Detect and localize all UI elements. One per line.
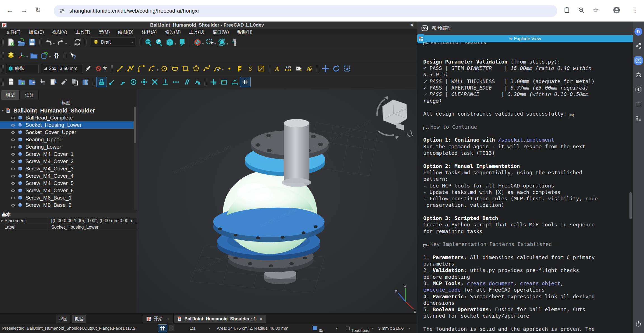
chat-messages[interactable]: 1F58D Validation Results Design Paramete…	[417, 42, 629, 333]
annotation-style-button[interactable]	[304, 64, 315, 74]
draw-style-button[interactable]	[177, 37, 187, 47]
shapestring-button[interactable]	[245, 64, 256, 74]
close-icon[interactable]: ✕	[407, 23, 417, 28]
address-bar[interactable]: shanghai.titanide.cn/ide/web/coding/free…	[54, 5, 557, 17]
move-to-group-button[interactable]	[39, 51, 50, 61]
forward-icon[interactable]: →	[18, 4, 30, 16]
tab-view[interactable]: 视图	[56, 315, 70, 323]
workbench-selector[interactable]: Draft ▾	[91, 37, 135, 47]
trimex-button[interactable]	[59, 77, 69, 87]
upgrade-button[interactable]	[48, 77, 59, 87]
tab-document[interactable]: BallJoint_Humanoid_Shoulder : 1✕	[173, 314, 266, 323]
dimension-info[interactable]: 3 mm x 216.0	[378, 326, 404, 330]
toolbar-grip[interactable]	[64, 52, 66, 59]
zoom-level[interactable]: 1:1	[190, 326, 196, 330]
tab-data[interactable]: 数据	[72, 315, 86, 323]
toolbar-grip[interactable]	[84, 39, 87, 46]
tree-item[interactable]: Screw_M6_Base_2	[0, 201, 134, 209]
navigation-style-selector[interactable]: Touchpad	[346, 326, 351, 330]
toolbar-grip[interactable]	[316, 65, 319, 72]
downgrade-button[interactable]	[37, 77, 48, 87]
group-button[interactable]	[29, 51, 39, 61]
redo-button[interactable]	[55, 37, 66, 47]
move-button[interactable]	[320, 64, 331, 74]
3d-viewport[interactable]: hongxi_me@outlook.com hongxi_me@outlook.…	[137, 89, 417, 313]
visibility-icon[interactable]	[11, 160, 15, 163]
snap-lock-toggle[interactable]	[96, 77, 107, 87]
tree-item[interactable]: Bearing_Lower	[0, 143, 134, 151]
visibility-icon[interactable]	[11, 131, 15, 134]
undo-dropdown[interactable]: ▾	[53, 42, 55, 46]
share-icon[interactable]	[634, 42, 643, 50]
close-tab-icon[interactable]: ✕	[259, 317, 263, 321]
grid-extra-button[interactable]	[169, 325, 173, 331]
toolbar-grip[interactable]	[268, 65, 271, 72]
property-row-placement[interactable]: ▶ Placement [(0.00 0.00 1.00); 0.00°; (0…	[0, 217, 137, 224]
redo-dropdown[interactable]: ▾	[65, 42, 67, 46]
browser-menu-icon[interactable]: ⋮	[629, 4, 641, 16]
vibe-coding-sidebar-icon[interactable]	[634, 56, 643, 65]
snap-endpoint-toggle[interactable]	[107, 77, 117, 87]
url-text[interactable]: shanghai.titanide.cn/ide/web/coding/free…	[69, 8, 199, 14]
reload-icon[interactable]: ↻	[32, 4, 44, 16]
expander-icon[interactable]: ▶	[0, 217, 4, 224]
menu-item[interactable]: 工具(U)	[185, 29, 208, 35]
visibility-icon[interactable]	[11, 124, 15, 126]
draft-bezier-button[interactable]	[212, 64, 223, 74]
zoom-icon[interactable]	[575, 4, 587, 16]
line-style-selector[interactable]: 2px | 3.50 mm	[41, 64, 83, 73]
toolbar-grip[interactable]	[2, 52, 4, 59]
grid-toggle[interactable]	[240, 77, 251, 87]
mirror-button[interactable]	[69, 77, 80, 87]
facebinder-button[interactable]	[235, 64, 245, 74]
layer-manager-button[interactable]	[6, 51, 16, 61]
explode-view-banner[interactable]: ✳ Explode View	[417, 35, 633, 42]
autogroup-button[interactable]: 无	[93, 64, 109, 74]
draft-bspline-button[interactable]	[201, 64, 212, 74]
toolbar-grip[interactable]	[111, 65, 113, 72]
snap-dimensions-toggle[interactable]	[229, 77, 240, 87]
snap-parallel-toggle[interactable]	[181, 77, 192, 87]
power-icon[interactable]	[634, 320, 643, 328]
grid-size-dropdown-icon[interactable]: ▾	[336, 327, 337, 330]
grid-toggle-button[interactable]	[158, 324, 167, 332]
visibility-icon[interactable]	[11, 175, 15, 177]
nav-style-dropdown-icon[interactable]: ▾	[372, 327, 374, 330]
menu-item[interactable]: 工具(T)	[71, 29, 94, 35]
label-button[interactable]	[293, 64, 304, 74]
draft-polyline-button[interactable]	[125, 64, 136, 74]
navigation-cube[interactable]	[377, 96, 412, 139]
clipboard-icon[interactable]	[561, 4, 573, 16]
snap-center-toggle[interactable]	[128, 77, 139, 87]
ball-joint-model[interactable]: z y x	[137, 89, 417, 313]
toolbar-grip[interactable]	[2, 39, 4, 46]
sync-dropdown[interactable]: ▾	[227, 42, 228, 46]
menu-item[interactable]: 帮助(H)	[233, 29, 257, 35]
refresh-button[interactable]	[72, 37, 83, 47]
dashboard-icon[interactable]	[634, 114, 643, 123]
select-group-button[interactable]	[27, 77, 37, 87]
visibility-icon[interactable]	[11, 153, 15, 156]
visibility-icon[interactable]	[11, 168, 15, 170]
menu-item[interactable]: 绘图(D)	[114, 29, 138, 35]
toolbar-grip[interactable]	[92, 78, 95, 86]
zoom-dropdown-icon[interactable]: ▾	[208, 327, 210, 330]
snap-near-toggle[interactable]	[192, 77, 203, 87]
offset-button[interactable]	[80, 77, 91, 87]
visibility-icon[interactable]	[11, 146, 15, 148]
snap-working-plane-toggle[interactable]	[219, 77, 229, 87]
working-plane-button[interactable]	[16, 51, 27, 61]
menu-item[interactable]: 修改(M)	[161, 29, 185, 35]
macro-braces-icon[interactable]: {}	[51, 51, 62, 61]
visibility-icon[interactable]	[11, 182, 15, 185]
menu-item[interactable]: 视图(V)	[48, 29, 71, 35]
fit-all-button[interactable]	[143, 37, 154, 47]
tree-item[interactable]: Screw_M4_Cover_2	[0, 158, 134, 165]
profile-avatar[interactable]	[610, 4, 623, 16]
undo-button[interactable]	[43, 37, 54, 47]
draft-ellipse-button[interactable]	[170, 64, 180, 74]
toolbar-grip[interactable]	[39, 39, 41, 46]
hatch-button[interactable]	[256, 64, 267, 74]
box-selection-button[interactable]	[204, 37, 215, 47]
snap-perpendicular-toggle[interactable]	[160, 77, 171, 87]
